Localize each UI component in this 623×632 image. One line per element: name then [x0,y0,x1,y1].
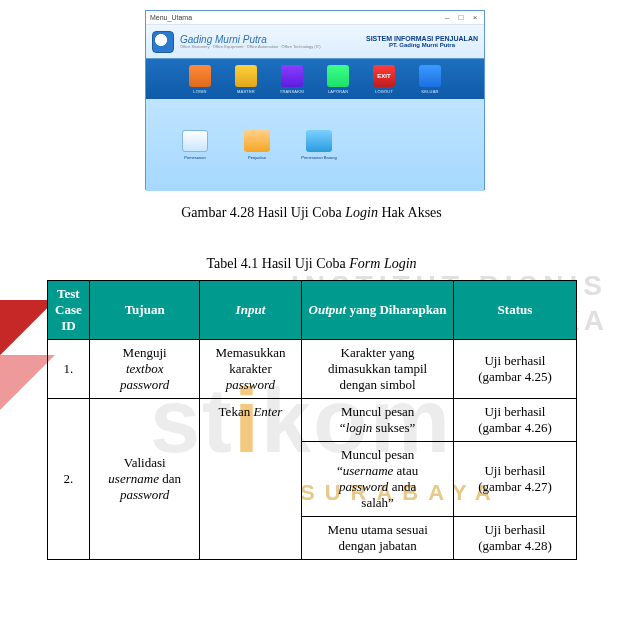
window-close-button[interactable]: × [470,14,480,22]
th-status: Status [454,281,576,340]
work-area: Pemesanan Penjualan Pemesanan Barang [146,99,484,191]
cell-status: Uji berhasil (gambar 4.27) [454,442,576,517]
cell-status: Uji berhasil (gambar 4.28) [454,517,576,560]
th-test-case-id: Test Case ID [47,281,90,340]
window-titlebar: Menu_Utama – □ × [146,11,484,25]
main-toolbar: LOGIN MASTER TRANSAKSI LAPORAN LOGOUT KE… [146,59,484,99]
cell-output: Muncul pesan “login sukses” [301,399,454,442]
cart-icon [306,130,332,152]
transaksi-icon [281,65,303,87]
cell-id: 2. [47,399,90,560]
th-output: Output yang Diharapkan [301,281,454,340]
sale-icon [244,130,270,152]
login-icon [189,65,211,87]
th-input: Input [200,281,302,340]
logout-icon [373,65,395,87]
cell-tujuan: Validasi username dan password [90,399,200,560]
brand-bar: Gading Murni Putra Office Stationery · O… [146,25,484,59]
figure-caption: Gambar 4.28 Hasil Uji Coba Login Hak Aks… [0,205,623,221]
cell-output: Muncul pesan “username atau password and… [301,442,454,517]
app-window-screenshot: Menu_Utama – □ × Gading Murni Putra Offi… [145,10,485,190]
cell-status: Uji berhasil (gambar 4.25) [454,340,576,399]
window-minimize-button[interactable]: – [442,14,452,22]
workarea-pemesanan-button[interactable]: Pemesanan [174,130,216,160]
workarea-penjualan-button[interactable]: Penjualan [236,130,278,160]
cell-status: Uji berhasil (gambar 4.26) [454,399,576,442]
table-row: 1. Menguji textbox password Memasukkan k… [47,340,576,399]
keluar-icon [419,65,441,87]
workarea-pemesanan-barang-button[interactable]: Pemesanan Barang [298,130,340,160]
master-icon [235,65,257,87]
system-title: SISTEM INFORMASI PENJUALAN PT. Gading Mu… [366,35,478,48]
cell-input: Memasukkan karakter password [200,340,302,399]
table-header-row: Test Case ID Tujuan Input Output yang Di… [47,281,576,340]
cell-output: Menu utama sesuai dengan jabatan [301,517,454,560]
note-icon [182,130,208,152]
toolbar-logout-button[interactable]: LOGOUT [366,65,402,94]
company-logo-icon [152,31,174,53]
window-controls: – □ × [442,14,480,22]
toolbar-login-button[interactable]: LOGIN [182,65,218,94]
cell-input: Tekan Enter [200,399,302,560]
table-caption: Tabel 4.1 Hasil Uji Coba Form Login [0,256,623,272]
cell-id: 1. [47,340,90,399]
toolbar-keluar-button[interactable]: KELUAR [412,65,448,94]
window-title: Menu_Utama [150,14,192,21]
cell-tujuan: Menguji textbox password [90,340,200,399]
window-maximize-button[interactable]: □ [456,14,466,22]
cell-output: Karakter yang dimasukkan tampil dengan s… [301,340,454,399]
table-row: 2. Validasi username dan password Tekan … [47,399,576,442]
laporan-icon [327,65,349,87]
toolbar-transaksi-button[interactable]: TRANSAKSI [274,65,310,94]
toolbar-laporan-button[interactable]: LAPORAN [320,65,356,94]
brand-text: Gading Murni Putra Office Stationery · O… [180,35,321,49]
toolbar-master-button[interactable]: MASTER [228,65,264,94]
th-tujuan: Tujuan [90,281,200,340]
test-case-table: Test Case ID Tujuan Input Output yang Di… [47,280,577,560]
